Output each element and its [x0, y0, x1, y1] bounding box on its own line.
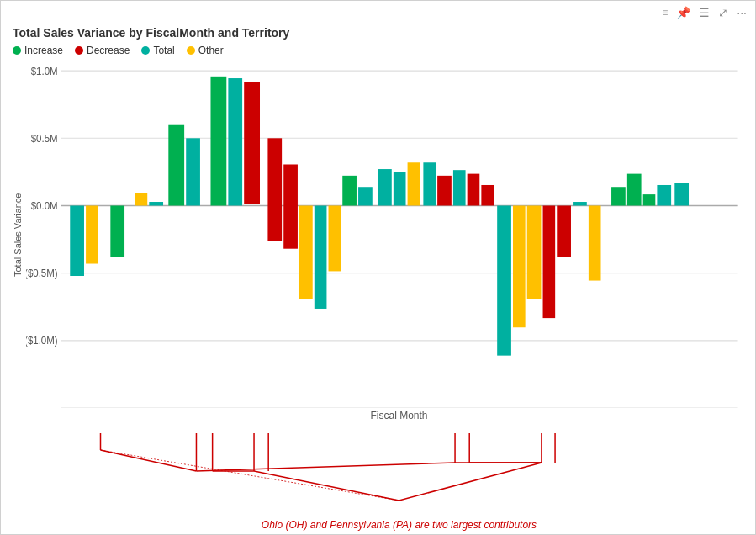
bar: [627, 174, 642, 206]
svg-text:($1.0M): ($1.0M): [26, 335, 58, 347]
bracket-svg: [51, 425, 747, 534]
chart-title: Total Sales Variance by FiscalMonth and …: [9, 21, 747, 43]
bar: [589, 205, 601, 280]
chart-area: Total Sales Variance by FiscalMonth and …: [1, 21, 755, 534]
svg-text:$0.0M: $0.0M: [31, 200, 58, 212]
bar: [481, 185, 494, 205]
pin-icon[interactable]: 📌: [676, 6, 690, 19]
drag-handle-icon: ≡: [662, 7, 668, 19]
bar: [210, 77, 226, 206]
filter-icon[interactable]: ☰: [699, 6, 710, 19]
svg-line-56: [254, 471, 399, 501]
bar: [437, 176, 452, 206]
svg-text:$1.0M: $1.0M: [31, 65, 58, 77]
legend: Increase Decrease Total Other: [9, 43, 747, 61]
decrease-label: Decrease: [87, 45, 130, 56]
chart-plot: $1.0M $0.5M $0.0M ($0.5M) ($1.0M): [26, 61, 747, 408]
total-dot: [141, 46, 150, 55]
annotation-text: Ohio (OH) and Pennsylvania (PA) are two …: [51, 519, 747, 531]
bar: [358, 187, 373, 205]
svg-line-57: [399, 463, 542, 501]
legend-total: Total: [141, 45, 174, 56]
bar: [527, 205, 542, 299]
bar: [557, 205, 571, 257]
legend-increase: Increase: [13, 45, 63, 56]
other-label: Other: [198, 45, 224, 56]
chart-svg: $1.0M $0.5M $0.0M ($0.5M) ($1.0M): [26, 61, 747, 408]
chart-container: Total Sales Variance $1.0M $0.5M $0.0M: [9, 61, 747, 534]
svg-line-58: [100, 450, 399, 501]
bar: [378, 169, 392, 205]
chart-card: ≡ 📌 ☰ ⤢ ··· Total Sales Variance by Fisc…: [0, 0, 756, 535]
bar: [513, 205, 526, 327]
bar: [468, 174, 480, 206]
bar: [453, 170, 466, 205]
legend-decrease: Decrease: [75, 45, 130, 56]
legend-other: Other: [187, 45, 224, 56]
bar: [573, 202, 587, 205]
more-icon[interactable]: ···: [737, 6, 747, 19]
bar: [408, 162, 420, 205]
bar: [657, 185, 671, 205]
bar: [674, 183, 689, 206]
other-dot: [187, 46, 195, 55]
bar: [543, 205, 556, 318]
svg-text:$0.5M: $0.5M: [31, 132, 58, 144]
svg-line-47: [100, 450, 196, 471]
bar: [329, 205, 341, 271]
x-axis-label: Fiscal Month: [9, 408, 747, 425]
total-label: Total: [153, 45, 174, 56]
increase-label: Increase: [24, 45, 63, 56]
bar: [394, 172, 406, 205]
bar: [86, 205, 98, 263]
y-axis-label: Total Sales Variance: [9, 61, 26, 408]
bar: [611, 187, 626, 205]
decrease-dot: [75, 46, 83, 55]
bar: [283, 164, 298, 248]
increase-dot: [13, 46, 21, 55]
card-header: ≡ 📌 ☰ ⤢ ···: [1, 1, 755, 21]
bar: [135, 193, 148, 205]
bar: [186, 138, 200, 205]
bar: [70, 205, 84, 276]
expand-icon[interactable]: ⤢: [718, 6, 728, 19]
svg-line-54: [196, 463, 455, 471]
bar: [497, 205, 511, 355]
bar: [110, 205, 124, 257]
bar: [299, 205, 313, 299]
bar: [315, 205, 327, 308]
chart-inner: Total Sales Variance $1.0M $0.5M $0.0M: [9, 61, 747, 408]
bar: [168, 125, 184, 206]
bar: [244, 82, 260, 204]
bar: [149, 202, 163, 205]
bar: [228, 78, 242, 205]
bar: [423, 162, 436, 205]
bar: [267, 138, 282, 241]
bar: [643, 194, 656, 205]
annotation-area: Ohio (OH) and Pennsylvania (PA) are two …: [51, 425, 747, 534]
bar: [342, 176, 357, 206]
svg-text:($0.5M): ($0.5M): [26, 268, 58, 279]
